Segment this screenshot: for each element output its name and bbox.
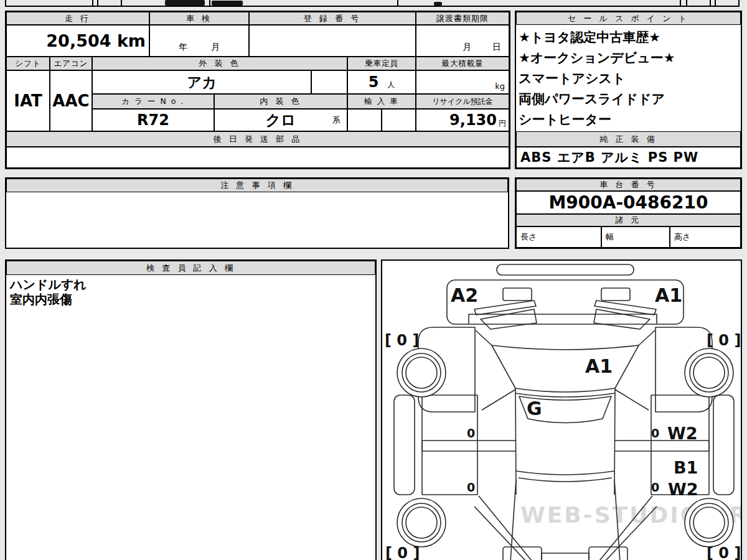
- headlight-right-lower: [594, 309, 650, 329]
- door-mark: 0: [467, 480, 475, 494]
- wheel-rear-right: [685, 498, 733, 547]
- sales-point: シートヒーター: [519, 110, 741, 130]
- capacity-unit: 人: [387, 75, 395, 90]
- front-bumper: [447, 280, 684, 324]
- registration-number-value: [249, 25, 416, 57]
- bumper-inset-right: [601, 288, 630, 301]
- height-label: 高さ: [674, 231, 690, 243]
- sales-points-list: ★トヨタ認定中古車歴★ ★オークションデビュー★ スマートアシスト 両側パワース…: [516, 25, 741, 131]
- damage-label-front-left: A2: [451, 284, 478, 306]
- door-mark: 0: [651, 480, 659, 494]
- door-mark: 0: [651, 426, 659, 440]
- apillar-seam-left: [482, 390, 515, 410]
- recycle-deposit-unit: 円: [499, 112, 506, 129]
- spec-width-cell: 幅: [601, 226, 670, 248]
- car-damage-diagram: A2 A1 A1 G W2 B1 W2 0 0 0 0 [ 0 ] [ 0 ] …: [382, 261, 741, 560]
- panel-label-b1: B1: [674, 458, 698, 477]
- inspection-year-label: 年: [179, 42, 187, 53]
- inspector-notes: ハンドルすれ 室内内張傷: [10, 277, 371, 307]
- auction-sheet: { "main_table": { "headers": { "mileage"…: [0, 0, 747, 560]
- inspection-value: 年 月: [149, 25, 249, 57]
- color-no-header: カ ラ ー N o .: [92, 94, 214, 109]
- chassis-number-value: M900A-0486210: [516, 191, 741, 214]
- tire-mark-front-left: [ 0 ]: [385, 332, 419, 349]
- length-label: 長さ: [520, 231, 537, 243]
- mileage-value: 20,504 km: [6, 25, 149, 57]
- wheel-front-left: [397, 348, 446, 397]
- specs-header: 諸 元: [516, 214, 741, 226]
- headlight-right: [594, 301, 656, 315]
- transfer-deadline-value: 月 日: [416, 25, 509, 57]
- damage-label-front-right: A1: [655, 284, 682, 306]
- door-mark: 0: [467, 426, 475, 440]
- imported-cell-b: [382, 109, 416, 131]
- sales-point: 両側パワースライドドア: [519, 89, 741, 110]
- capacity-number: 5: [369, 73, 379, 91]
- sill-right: [713, 395, 734, 495]
- interior-color-header: 内 装 色: [214, 94, 347, 109]
- notes-header: 注 意 事 項 欄: [6, 179, 508, 192]
- doors-left: [422, 395, 477, 495]
- capacity-value: 5 人: [347, 70, 416, 94]
- inspector-note: ハンドルすれ: [10, 277, 371, 292]
- spec-height-cell: 高さ: [670, 226, 741, 248]
- imported-cell-a: [347, 109, 382, 131]
- mileage-header: 走 行: [6, 12, 149, 25]
- sales-point: ★オークションデビュー★: [519, 48, 741, 68]
- recycle-deposit-number: 9,130: [449, 111, 497, 129]
- max-payload-value: kg: [416, 70, 509, 94]
- later-shipping-parts-header: 後 日 発 送 部 品: [6, 131, 509, 147]
- damage-label-hood: A1: [585, 355, 613, 377]
- chassis-panel: 車 台 番 号 M900A-0486210 諸 元 長さ 幅 高さ: [515, 177, 742, 249]
- damage-label-cowl: G: [527, 398, 542, 419]
- chassis-number-header: 車 台 番 号: [516, 179, 741, 191]
- interior-color-value: クロ 系: [214, 109, 347, 131]
- sales-points-header: セ ー ル ス ポ イ ン ト: [516, 12, 741, 25]
- equipment-value: ABS エアB アルミ PS PW: [516, 147, 741, 168]
- headlight-left-lower: [481, 309, 537, 329]
- inspection-header: 車 検: [149, 12, 249, 25]
- fender-seam-fr: [639, 330, 655, 345]
- spec-length-cell: 長さ: [516, 226, 601, 248]
- inspector-note: 室内内張傷: [10, 292, 371, 307]
- main-info-table: 走 行 車 検 登 録 番 号 譲渡書類期限 20,504 km 年 月 月 日…: [5, 11, 510, 169]
- rear-bumper-center: [542, 553, 589, 560]
- notes-panel: 注 意 事 項 欄: [5, 177, 509, 249]
- later-shipping-parts-value: [6, 147, 509, 168]
- recycle-deposit-value: 9,130 円: [416, 109, 509, 131]
- sales-point: スマートアシスト: [519, 68, 741, 89]
- rear-window-line2: [519, 478, 612, 482]
- aircon-header: エアコン: [50, 57, 92, 70]
- equipment-header: 純 正 装 備: [516, 131, 741, 147]
- cabin-edge-right: [614, 388, 615, 495]
- inspector-header: 検 査 員 記 入 欄: [6, 261, 375, 275]
- pillar-bar-left: [422, 441, 516, 451]
- sales-point: ★トヨタ認定中古車歴★: [519, 27, 741, 48]
- registration-number-header: 登 録 番 号: [249, 12, 416, 25]
- capacity-header: 乗車定員: [347, 57, 416, 70]
- cowl-line: [515, 393, 615, 397]
- aircon-value: AAC: [50, 70, 92, 131]
- transfer-month-label: 月: [463, 42, 471, 53]
- exterior-color-header: 外 装 色: [92, 57, 347, 70]
- transfer-day-label: 日: [492, 42, 501, 53]
- tire-mark-rear-right: [ 0 ]: [707, 544, 741, 560]
- exterior-color-value: アカ: [92, 70, 311, 94]
- width-label: 幅: [606, 231, 614, 243]
- sales-points-panel: セ ー ル ス ポ イ ン ト ★トヨタ認定中古車歴★ ★オークションデビュー★…: [515, 11, 742, 169]
- recycle-deposit-header: リサイクル預託金: [416, 94, 509, 109]
- wheel-front-right: [685, 348, 733, 397]
- car-diagram-panel: WEB-STUDIO.PRO: [381, 259, 742, 560]
- hood-outline: [492, 345, 639, 392]
- exterior-color-extra-cell: [311, 70, 347, 94]
- interior-color-text: クロ: [265, 110, 296, 130]
- tire-mark-front-right: [ 0 ]: [707, 332, 741, 349]
- headlight-left: [474, 301, 536, 315]
- sill-left: [394, 395, 415, 495]
- inspector-panel: 検 査 員 記 入 欄 ハンドルすれ 室内内張傷: [5, 259, 377, 560]
- imported-header: 輸 入 車: [347, 94, 416, 109]
- max-payload-header: 最大積載量: [416, 57, 509, 70]
- panel-label-w2-lower: W2: [668, 480, 698, 499]
- rear-window-line1: [516, 471, 614, 475]
- max-payload-unit: kg: [495, 82, 505, 91]
